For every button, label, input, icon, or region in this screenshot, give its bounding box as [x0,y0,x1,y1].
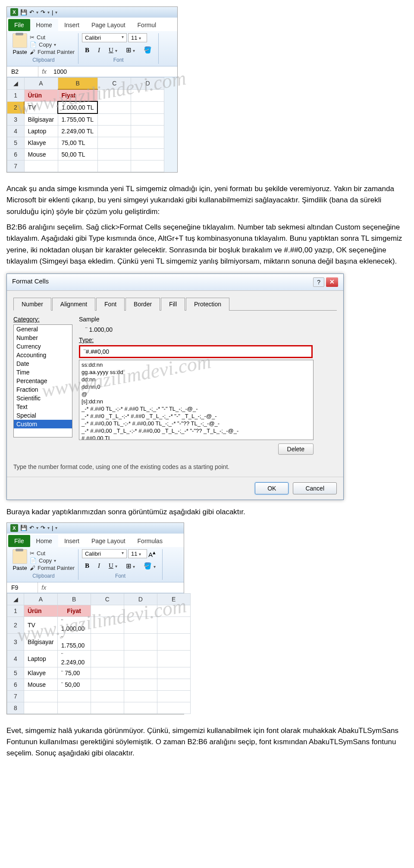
select-all-corner[interactable]: ◢ [7,78,25,90]
underline-button[interactable]: U ▾ [106,45,120,55]
paragraph-2: B2:B6 aralığını seçelim. Sağ click>Forma… [6,222,408,267]
col-header-c[interactable]: C [91,593,124,605]
excel-screenshot-1: www.yazilimdevi.com X 💾 ↶▾ ↷▾ |▾ File Ho… [6,6,178,173]
delete-button[interactable]: Delete [278,443,314,455]
paragraph-3: Buraya kadar yaptıklarımızdan sonra görü… [6,506,408,518]
col-header-d[interactable]: D [124,593,157,605]
paste-icon[interactable] [13,549,27,564]
hint-text: Type the number format code, using one o… [13,463,337,470]
name-box[interactable]: F9 [7,582,38,593]
undo-icon[interactable]: ↶ [29,9,34,16]
font-name-select[interactable]: Calibri ▾ [82,33,127,42]
help-icon[interactable]: ? [313,277,324,287]
dialog-title: Format Cells [12,277,49,287]
name-box[interactable]: B2 [7,66,38,77]
paragraph-4: Evet, simgemiz halâ yukarıda görünmüyor.… [6,725,408,759]
col-header-b[interactable]: B [58,78,97,90]
save-icon[interactable]: 💾 [20,9,27,16]
select-all-corner[interactable]: ◢ [7,593,24,605]
bold-button[interactable]: B [82,561,92,571]
grow-font-icon[interactable]: A▴ [148,549,156,558]
tab-font[interactable]: Font [96,298,125,311]
font-name-select[interactable]: Calibri ▾ [82,549,127,558]
fx-label: fx [38,66,50,77]
tab-insert[interactable]: Insert [58,19,85,31]
ok-button[interactable]: OK [255,482,289,494]
tab-insert[interactable]: Insert [58,535,85,547]
redo-icon[interactable]: ↷ [41,525,45,531]
tab-formulas[interactable]: Formul [132,19,163,31]
fill-color-button[interactable]: 🪣 ▾ [141,561,159,571]
font-group: Calibri ▾ 11 ▾ B I U ▾ ⊞ ▾ 🪣 Font [78,33,159,64]
col-header-a[interactable]: A [24,593,58,605]
borders-button[interactable]: ⊞ ▾ [123,45,138,55]
ribbon-groups: Paste ✂ Cut 📄 Copy ▾ 🖌 Format Painter Cl… [7,31,177,66]
ribbon-tabs: File Home Insert Page Layout Formulas [7,533,184,547]
clipboard-group-label: Clipboard [9,57,78,63]
clipboard-group-label: Clipboard [9,573,78,579]
bold-button[interactable]: B [82,45,92,55]
quick-access-toolbar: X 💾 ↶▾ ↷▾ |▾ [7,523,184,533]
redo-icon[interactable]: ↷ [41,9,45,16]
tab-home[interactable]: Home [30,19,58,31]
col-header-c[interactable]: C [97,78,131,90]
cut-button[interactable]: ✂ Cut [30,34,75,41]
col-header-b[interactable]: B [57,593,91,605]
tab-page-layout[interactable]: Page Layout [85,535,132,547]
undo-icon[interactable]: ↶ [29,525,34,531]
col-header-a[interactable]: A [24,78,58,90]
tab-home[interactable]: Home [30,535,58,547]
category-label: Category: [13,316,72,323]
cancel-button[interactable]: Cancel [293,482,337,494]
clipboard-group: Paste ✂ Cut 📄 Copy ▾ 🖌 Format Painter Cl… [9,33,78,64]
format-cells-dialog: www.yazilimdevi.com Format Cells ? ✕ Num… [6,274,344,500]
excel-screenshot-2: www.yazilimdevi.com X 💾 ↶▾ ↷▾ |▾ File Ho… [6,522,184,714]
format-list[interactable]: ss:dd:nn gg.aa.yyyy ss:dd dd:nn dd:nn,0 … [79,360,314,440]
clipboard-group: Paste ✂ Cut 📄 Copy ▾ 🖌 Format Painter Cl… [9,549,78,580]
ribbon-tabs: File Home Insert Page Layout Formul [7,17,177,31]
category-list[interactable]: General Number Currency Accounting Date … [13,324,72,437]
spreadsheet-grid[interactable]: ◢ A B C D 1ÜrünFiyat 2TV1.000,00 TL 3Bil… [7,77,164,172]
format-painter-button[interactable]: 🖌 Format Painter [30,565,75,571]
tab-protection[interactable]: Protection [186,298,229,311]
save-icon[interactable]: 💾 [20,525,27,531]
fill-color-button[interactable]: 🪣 [141,45,155,55]
font-size-select[interactable]: 11 ▾ [128,33,147,42]
dialog-tabs: Number Alignment Font Border Fill Protec… [13,297,337,311]
tab-file[interactable]: File [8,19,30,31]
col-header-d[interactable]: D [131,78,164,90]
borders-button[interactable]: ⊞ ▾ [123,561,138,571]
tab-border[interactable]: Border [125,298,160,311]
copy-button[interactable]: 📄 Copy ▾ [30,41,75,48]
excel-icon: X [10,524,18,532]
tab-alignment[interactable]: Alignment [52,298,95,311]
paste-label: Paste [13,565,27,571]
format-painter-button[interactable]: 🖌 Format Painter [30,49,75,55]
tab-fill[interactable]: Fill [161,298,185,311]
font-group-label: Font [78,57,158,63]
sample-label: Sample [79,316,314,323]
sample-value: ¨ 1.000,00 [85,326,314,333]
dialog-titlebar: Format Cells ? ✕ [7,274,343,291]
type-label: Type: [79,337,314,343]
fx-label: fx [38,582,50,593]
formula-bar[interactable]: 1000 [50,66,70,77]
close-icon[interactable]: ✕ [326,277,338,287]
tab-formulas[interactable]: Formulas [132,535,169,547]
cut-button[interactable]: ✂ Cut [30,550,75,557]
col-header-e[interactable]: E [157,593,190,605]
formula-bar[interactable] [50,582,56,593]
copy-button[interactable]: 📄 Copy ▾ [30,557,75,564]
spreadsheet-grid[interactable]: ◢ A B C D E 1ÜrünFiyat 2TV¨ 1.000,00 3Bi… [7,593,191,714]
underline-button[interactable]: U ▾ [106,561,120,571]
paste-icon[interactable] [13,33,27,48]
font-group-label: Font [78,573,162,579]
italic-button[interactable]: I [95,45,103,55]
type-input[interactable]: ¨#.##0,00 [79,345,313,358]
tab-file[interactable]: File [8,535,30,547]
tab-number[interactable]: Number [13,298,51,311]
font-size-select[interactable]: 11 ▾ [128,549,147,558]
italic-button[interactable]: I [95,561,103,571]
tab-page-layout[interactable]: Page Layout [85,19,132,31]
font-group: Calibri ▾ 11 ▾ A▴ B I U ▾ ⊞ ▾ 🪣 ▾ Font [78,549,163,580]
